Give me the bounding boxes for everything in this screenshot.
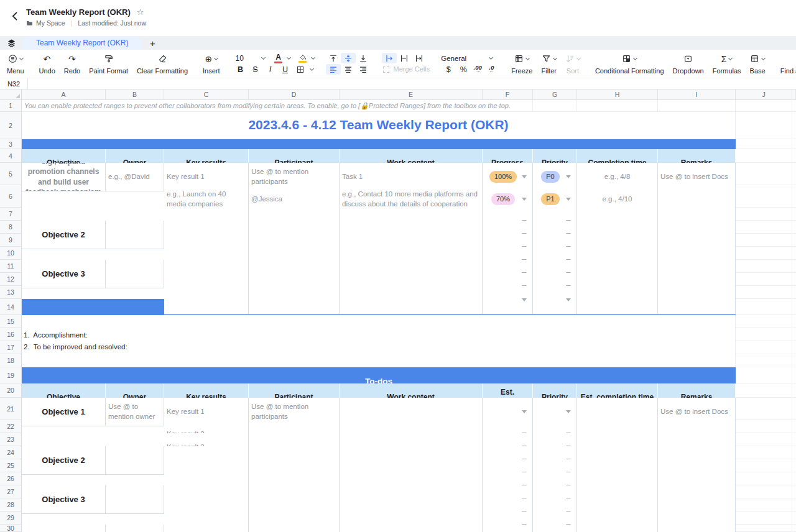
- row-header-11[interactable]: 11: [0, 260, 22, 273]
- cell-K7[interactable]: [792, 208, 796, 221]
- cell-K26[interactable]: [792, 472, 796, 485]
- cell-J3[interactable]: [736, 139, 792, 149]
- align-right-button[interactable]: [356, 64, 371, 75]
- currency-button[interactable]: $: [441, 64, 456, 75]
- formulas-button[interactable]: Σ Formulas: [708, 50, 746, 78]
- cell-F13[interactable]: [483, 286, 533, 314]
- fill-color-button[interactable]: [297, 54, 309, 63]
- cell-J4[interactable]: [736, 149, 792, 163]
- cell-K15[interactable]: [792, 315, 796, 328]
- cell-G30[interactable]: [533, 525, 577, 532]
- cell-J12[interactable]: [736, 273, 792, 286]
- cell-K20[interactable]: [792, 383, 796, 398]
- underline-button[interactable]: U: [278, 64, 293, 75]
- merge-cells-button[interactable]: Merge Cells: [382, 64, 430, 75]
- find-replace-button[interactable]: Find and Replace: [776, 50, 796, 78]
- cell-J24[interactable]: [736, 446, 792, 459]
- row-header-5[interactable]: 5: [0, 163, 22, 185]
- column-header-D[interactable]: D: [249, 89, 340, 100]
- cell-K9[interactable]: [792, 234, 796, 247]
- row-header-3[interactable]: 3: [0, 139, 22, 149]
- cell-K29[interactable]: [792, 511, 796, 525]
- row-header-26[interactable]: 26: [0, 472, 22, 485]
- cell-H1[interactable]: [577, 100, 658, 112]
- cell-K27[interactable]: [792, 485, 796, 498]
- row-header-28[interactable]: 28: [0, 498, 22, 511]
- cell-J9[interactable]: [736, 234, 792, 247]
- cell-K4[interactable]: [792, 149, 796, 163]
- text-clip-button[interactable]: [412, 53, 427, 63]
- align-middle-button[interactable]: [341, 53, 356, 63]
- cell-J15[interactable]: [736, 315, 792, 328]
- column-header-I[interactable]: I: [658, 89, 736, 100]
- row-header-13[interactable]: 13: [0, 286, 22, 299]
- cell-J10[interactable]: [736, 247, 792, 260]
- increase-decimal-button[interactable]: .00→: [471, 65, 484, 74]
- cell-J23[interactable]: [736, 433, 792, 446]
- cell-A15[interactable]: 1. Accomplishment: 2. To be improved and…: [22, 315, 736, 367]
- cell-K21[interactable]: [792, 398, 796, 420]
- row-header-10[interactable]: 10: [0, 247, 22, 260]
- cell-I30[interactable]: [658, 525, 736, 532]
- cell-I1[interactable]: [658, 100, 736, 112]
- cell-A5[interactable]: e.g., Expand promotion channels and buil…: [22, 163, 106, 191]
- cell-J2[interactable]: [736, 112, 792, 139]
- row-header-20[interactable]: 20: [0, 383, 22, 398]
- row-header-9[interactable]: 9: [0, 234, 22, 247]
- cell-G13[interactable]: [533, 286, 577, 314]
- column-header-partial[interactable]: [792, 89, 796, 100]
- row-header-23[interactable]: 23: [0, 433, 22, 446]
- cell-J28[interactable]: [736, 498, 792, 511]
- cell-A11[interactable]: Objective 3: [22, 260, 106, 288]
- row-header-12[interactable]: 12: [0, 273, 22, 286]
- cell-J27[interactable]: [736, 485, 792, 498]
- back-button[interactable]: [7, 9, 22, 24]
- cell-J7[interactable]: [736, 208, 792, 221]
- cell-D13[interactable]: [249, 286, 340, 314]
- cell-K19[interactable]: [792, 367, 796, 383]
- cell-K5[interactable]: [792, 163, 796, 185]
- cell-B30[interactable]: [106, 525, 164, 532]
- cell-J13[interactable]: [736, 286, 792, 299]
- row-header-22[interactable]: 22: [0, 420, 22, 433]
- cell-A1[interactable]: You can enable protected ranges to preve…: [22, 100, 533, 112]
- decrease-decimal-button[interactable]: .0←: [484, 65, 498, 74]
- row-header-29[interactable]: 29: [0, 511, 22, 525]
- cell-E13[interactable]: [340, 286, 483, 314]
- column-header-G[interactable]: G: [533, 89, 577, 100]
- column-header-A[interactable]: A: [22, 89, 106, 100]
- cell-K3[interactable]: [792, 139, 796, 149]
- filter-button[interactable]: Filter: [537, 50, 560, 78]
- align-left-button[interactable]: [326, 64, 341, 75]
- cell-K25[interactable]: [792, 459, 796, 472]
- column-header-H[interactable]: H: [577, 89, 658, 100]
- row-header-14[interactable]: 14: [0, 299, 22, 315]
- cell-I13[interactable]: [658, 286, 736, 314]
- row-header-17[interactable]: 17: [0, 341, 22, 354]
- base-button[interactable]: Base: [746, 50, 770, 78]
- strikethrough-button[interactable]: S: [248, 64, 263, 75]
- redo-button[interactable]: ↷ Redo: [60, 50, 85, 78]
- column-header-E[interactable]: E: [340, 89, 483, 100]
- sort-button[interactable]: Sort: [561, 50, 585, 78]
- select-all-corner[interactable]: [0, 89, 22, 100]
- menu-button[interactable]: Menu: [2, 50, 29, 78]
- cell-J30[interactable]: [736, 525, 792, 532]
- cell-D30[interactable]: [249, 525, 340, 532]
- number-format-select[interactable]: General: [441, 53, 498, 63]
- borders-button[interactable]: [293, 64, 308, 75]
- align-top-button[interactable]: [326, 53, 341, 63]
- conditional-formatting-button[interactable]: Conditional Formatting: [591, 50, 669, 78]
- row-header-6[interactable]: 6: [0, 185, 22, 208]
- cell-B8[interactable]: [106, 221, 164, 249]
- cell-K30[interactable]: [792, 525, 796, 532]
- cell-K13[interactable]: [792, 286, 796, 299]
- text-color-button[interactable]: A: [272, 53, 285, 63]
- cell-A21[interactable]: Objective 1: [22, 398, 106, 426]
- font-size-select[interactable]: 10: [233, 54, 259, 63]
- cell-B21[interactable]: Use @ to mention owner: [106, 398, 164, 426]
- cell-K28[interactable]: [792, 498, 796, 511]
- cell-J18[interactable]: [736, 354, 792, 367]
- row-header-16[interactable]: 16: [0, 328, 22, 341]
- cell-A2[interactable]: 2023.4.6 - 4.12 Team Weekly Report (OKR): [22, 112, 736, 139]
